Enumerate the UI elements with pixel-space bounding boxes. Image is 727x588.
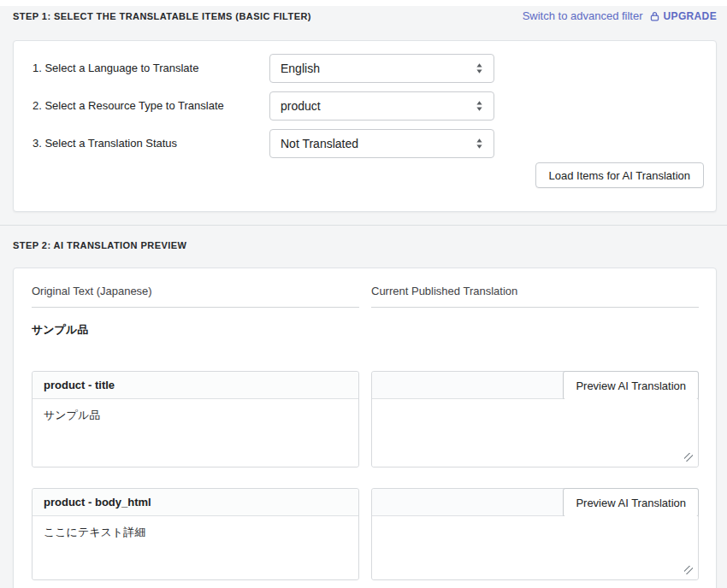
lock-icon <box>649 10 660 22</box>
item-title: サンプル品 <box>32 322 699 338</box>
preview-column-headers: Original Text (Japanese) Current Publish… <box>32 285 699 308</box>
published-translation-column-header: Current Published Translation <box>371 285 699 308</box>
top-strip <box>0 0 727 6</box>
resource-type-field-row: 2. Select a Resource Type to Translate p… <box>33 91 704 121</box>
basic-filter-card: 1. Select a Language to Translate Englis… <box>13 40 717 212</box>
step1-header: STEP 1: SELECT THE TRANSLATABLE ITEMS (B… <box>13 9 717 22</box>
translation-status-select-value: Not Translated <box>281 137 358 150</box>
translation-app-page: STEP 1: SELECT THE TRANSLATABLE ITEMS (B… <box>0 0 727 588</box>
preview-ai-translation-button[interactable]: Preview AI Translation <box>563 488 699 517</box>
select-stepper-icon <box>476 62 483 74</box>
resize-handle-icon[interactable] <box>684 566 693 574</box>
resize-handle-icon[interactable] <box>684 453 693 462</box>
step1-header-links: Switch to advanced filter UPGRADE <box>523 9 717 22</box>
step1-title: STEP 1: SELECT THE TRANSLATABLE ITEMS (B… <box>13 11 311 21</box>
original-text-column-header: Original Text (Japanese) <box>32 285 359 308</box>
translation-textarea-title[interactable] <box>372 399 698 467</box>
resource-type-select-value: product <box>281 99 321 113</box>
language-select-value: English <box>281 62 320 75</box>
select-stepper-icon <box>476 138 483 150</box>
translation-box-title: Preview AI Translation <box>371 371 699 467</box>
original-text-body-html: ここにテキスト詳細 <box>33 516 358 579</box>
switch-advanced-filter-link[interactable]: Switch to advanced filter <box>523 9 643 22</box>
original-box-body-html: product - body_html ここにテキスト詳細 <box>32 488 359 580</box>
step2-title: STEP 2: AI TRANSLATION PREVIEW <box>13 240 186 250</box>
preview-ai-translation-button[interactable]: Preview AI Translation <box>563 371 699 400</box>
language-label: 1. Select a Language to Translate <box>33 62 198 74</box>
language-field-row: 1. Select a Language to Translate Englis… <box>33 54 704 83</box>
translation-row-body-html: product - body_html ここにテキスト詳細 Preview AI… <box>32 488 699 580</box>
step2-header: STEP 2: AI TRANSLATION PREVIEW <box>13 240 717 250</box>
ai-translation-preview-card: Original Text (Japanese) Current Publish… <box>13 268 717 588</box>
resource-type-label: 2. Select a Resource Type to Translate <box>33 99 224 112</box>
original-box-title: product - title サンプル品 <box>32 371 359 467</box>
upgrade-label: UPGRADE <box>664 10 717 22</box>
translation-status-select[interactable]: Not Translated <box>269 129 494 158</box>
language-select[interactable]: English <box>269 54 494 83</box>
resource-type-select[interactable]: product <box>269 91 494 121</box>
section-divider <box>0 225 727 226</box>
original-text-title: サンプル品 <box>33 399 358 467</box>
load-items-button[interactable]: Load Items for AI Translation <box>535 162 704 188</box>
translation-row-title: product - title サンプル品 Preview AI Transla… <box>32 371 699 467</box>
translation-box-title-header: Preview AI Translation <box>372 372 698 399</box>
translation-box-body-html: Preview AI Translation <box>371 488 699 580</box>
field-name-body-html: product - body_html <box>33 489 358 516</box>
translation-box-body-html-header: Preview AI Translation <box>372 489 698 516</box>
translation-textarea-body-html[interactable] <box>372 516 698 579</box>
upgrade-link[interactable]: UPGRADE <box>649 10 717 22</box>
translation-status-field-row: 3. Select a Translation Status Not Trans… <box>33 129 704 158</box>
select-stepper-icon <box>476 100 483 112</box>
translation-status-label: 3. Select a Translation Status <box>33 137 177 150</box>
field-name-title: product - title <box>33 372 358 399</box>
